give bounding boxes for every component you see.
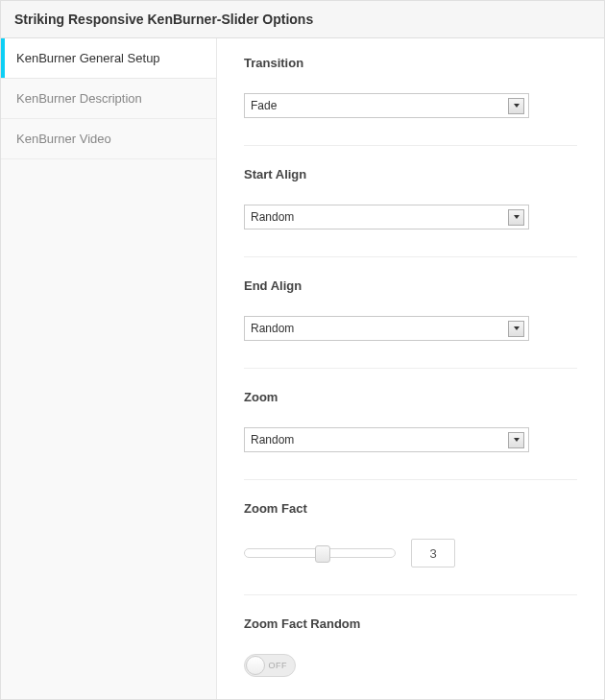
field-label: Zoom	[244, 390, 577, 404]
field-zoom-fact: Zoom Fact	[244, 501, 577, 595]
field-zoom: Zoom Random	[244, 390, 577, 480]
field-label: Zoom Fact Random	[244, 616, 577, 631]
toggle-state-label: OFF	[269, 661, 288, 670]
field-end-align: End Align Random	[244, 278, 577, 369]
sidebar-item-general-setup[interactable]: KenBurner General Setup	[1, 38, 216, 79]
zoom-select-wrap: Random	[244, 427, 529, 452]
zoom-fact-slider[interactable]	[244, 548, 396, 558]
field-zoom-fact-random: Zoom Fact Random OFF	[244, 616, 577, 699]
content-area: Transition Fade Start Align Random End A…	[217, 38, 604, 699]
options-panel: Striking Responsive KenBurner-Slider Opt…	[0, 0, 605, 700]
zoom-fact-row	[244, 539, 577, 567]
field-label: Start Align	[244, 167, 577, 181]
transition-select[interactable]: Fade	[245, 94, 528, 117]
field-label: Transition	[244, 56, 577, 70]
transition-select-wrap: Fade	[244, 93, 529, 118]
field-transition: Transition Fade	[244, 56, 577, 146]
sidebar-item-label: KenBurner Description	[16, 91, 142, 106]
field-start-align: Start Align Random	[244, 167, 577, 257]
toggle-knob	[246, 656, 265, 675]
end-align-select-wrap: Random	[244, 316, 529, 341]
field-label: Zoom Fact	[244, 501, 577, 516]
sidebar-item-label: KenBurner General Setup	[16, 51, 160, 65]
field-label: End Align	[244, 278, 577, 293]
zoom-fact-random-toggle[interactable]: OFF	[244, 654, 296, 677]
panel-title: Striking Responsive KenBurner-Slider Opt…	[1, 1, 604, 38]
sidebar: KenBurner General Setup KenBurner Descri…	[1, 38, 217, 699]
sidebar-item-description[interactable]: KenBurner Description	[1, 79, 216, 119]
zoom-select[interactable]: Random	[245, 428, 528, 451]
start-align-select[interactable]: Random	[245, 205, 528, 229]
slider-thumb[interactable]	[315, 545, 330, 563]
sidebar-item-label: KenBurner Video	[16, 132, 111, 146]
panel-body: KenBurner General Setup KenBurner Descri…	[1, 38, 604, 699]
sidebar-item-video[interactable]: KenBurner Video	[1, 119, 216, 159]
start-align-select-wrap: Random	[244, 205, 529, 229]
end-align-select[interactable]: Random	[245, 317, 528, 340]
zoom-fact-input[interactable]	[411, 539, 455, 567]
